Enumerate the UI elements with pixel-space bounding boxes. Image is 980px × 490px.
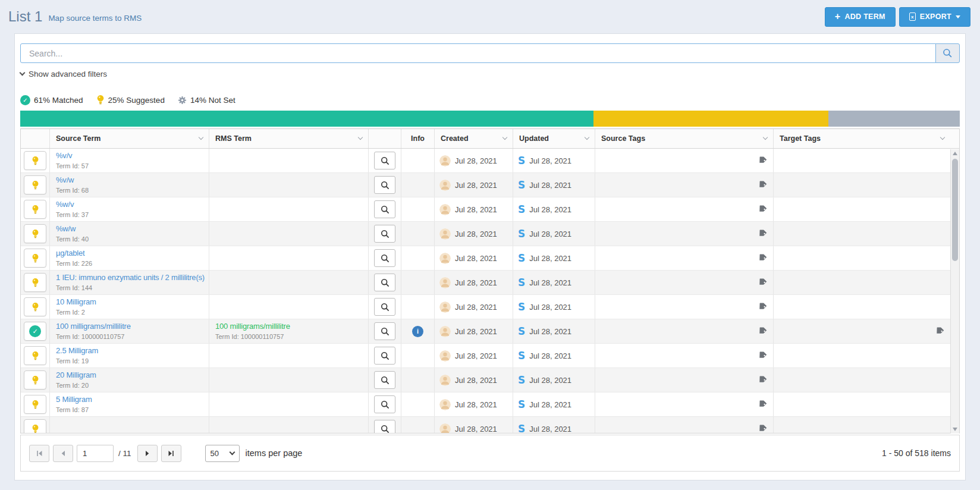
table-body: %v/vTerm Id: 57Jul 28, 2021SJul 28, 2021… bbox=[21, 149, 959, 433]
export-button[interactable]: x EXPORT bbox=[899, 7, 970, 27]
source-term-link[interactable]: %v/w bbox=[56, 175, 203, 186]
source-term-link[interactable]: 2.5 Milligram bbox=[56, 345, 203, 356]
suggested-status-button[interactable] bbox=[24, 395, 46, 414]
search-input[interactable] bbox=[20, 43, 936, 63]
source-term-link[interactable]: %w/w bbox=[56, 224, 203, 234]
cell-target-tags bbox=[773, 295, 950, 319]
suggested-status-button[interactable] bbox=[24, 249, 46, 268]
search-button[interactable] bbox=[935, 43, 960, 63]
source-term-link[interactable]: 100 milligrams/millilitre bbox=[56, 321, 203, 332]
source-tag-icon[interactable] bbox=[756, 228, 768, 240]
column-header-created[interactable]: Created bbox=[434, 129, 513, 148]
lookup-term-button[interactable] bbox=[374, 152, 395, 169]
source-term-link[interactable]: 20 Milligram bbox=[56, 370, 203, 381]
lookup-term-button[interactable] bbox=[374, 249, 395, 267]
created-date: Jul 28, 2021 bbox=[455, 278, 497, 287]
source-term-link[interactable]: %v/v bbox=[56, 150, 203, 161]
lookup-term-button[interactable] bbox=[374, 298, 395, 316]
next-page-button[interactable] bbox=[137, 445, 158, 462]
user-avatar-icon bbox=[439, 204, 451, 215]
cell-target-tags bbox=[773, 222, 950, 246]
source-term-link[interactable]: 5 Milligram bbox=[56, 394, 203, 405]
source-tag-icon[interactable] bbox=[756, 398, 768, 410]
column-header-label-updated: Updated bbox=[519, 134, 549, 143]
cell-source-term: %v/vTerm Id: 57 bbox=[49, 149, 209, 172]
column-header-rms_term[interactable]: RMS Term bbox=[209, 129, 368, 148]
tag-icon bbox=[756, 325, 768, 337]
cell-lookup bbox=[368, 368, 401, 392]
column-header-updated[interactable]: Updated bbox=[513, 129, 595, 148]
add-term-button[interactable]: + ADD TERM bbox=[825, 7, 896, 27]
source-tag-icon[interactable] bbox=[756, 423, 768, 433]
info-icon[interactable]: i bbox=[412, 326, 423, 337]
last-page-icon bbox=[168, 450, 174, 457]
lookup-term-button[interactable] bbox=[374, 347, 395, 365]
suggested-status-button[interactable] bbox=[24, 273, 46, 292]
sort-chevron-icon[interactable] bbox=[763, 135, 768, 140]
suggested-status-button[interactable] bbox=[24, 200, 46, 219]
updated-date: Jul 28, 2021 bbox=[529, 254, 571, 263]
vertical-scrollbar[interactable] bbox=[950, 149, 959, 434]
suggested-status-button[interactable] bbox=[24, 419, 46, 433]
source-tag-icon[interactable] bbox=[756, 301, 768, 313]
cell-target-tags bbox=[773, 417, 950, 433]
cell-target-tags bbox=[773, 173, 950, 197]
sort-chevron-icon[interactable] bbox=[940, 135, 945, 140]
system-s-logo-icon: S bbox=[518, 351, 525, 361]
lookup-term-button[interactable] bbox=[374, 371, 395, 389]
first-page-button[interactable] bbox=[29, 445, 49, 462]
magnifier-icon bbox=[381, 425, 390, 434]
legend-not-set-label: 14% Not Set bbox=[190, 96, 235, 105]
source-term-link[interactable]: µg/tablet bbox=[56, 248, 203, 259]
sort-chevron-icon[interactable] bbox=[502, 135, 507, 140]
sort-chevron-icon[interactable] bbox=[585, 135, 589, 140]
lookup-term-button[interactable] bbox=[374, 225, 395, 243]
lookup-term-button[interactable] bbox=[374, 274, 395, 291]
cell-created: Jul 28, 2021 bbox=[434, 173, 513, 197]
lookup-term-button[interactable] bbox=[374, 420, 395, 433]
sort-chevron-icon[interactable] bbox=[199, 135, 203, 140]
page-size-select[interactable]: 50 bbox=[205, 445, 240, 462]
scroll-up-icon[interactable] bbox=[953, 152, 957, 155]
column-header-source_tags[interactable]: Source Tags bbox=[595, 129, 773, 148]
suggested-status-button[interactable] bbox=[24, 224, 46, 243]
column-header-source_term[interactable]: Source Term bbox=[49, 129, 209, 148]
magnifier-icon bbox=[381, 181, 390, 190]
target-tag-icon[interactable] bbox=[933, 325, 945, 337]
source-tag-icon[interactable] bbox=[756, 203, 768, 215]
source-tag-icon[interactable] bbox=[756, 325, 768, 337]
suggested-status-button[interactable] bbox=[24, 297, 46, 316]
suggested-status-button[interactable] bbox=[24, 151, 46, 170]
rms-term-link[interactable]: 100 milligrams/millilitre bbox=[215, 321, 362, 332]
source-term-link[interactable]: 1 IEU: immuno enzymatic units / 2 millil… bbox=[56, 272, 203, 283]
source-term-link[interactable]: 10 Milligram bbox=[56, 297, 203, 307]
source-tag-icon[interactable] bbox=[756, 179, 768, 191]
source-tag-icon[interactable] bbox=[756, 155, 768, 167]
previous-page-button[interactable] bbox=[53, 445, 73, 462]
suggested-status-button[interactable] bbox=[24, 370, 46, 390]
source-tag-icon[interactable] bbox=[756, 277, 768, 288]
source-tag-icon[interactable] bbox=[756, 374, 768, 386]
column-header-label-target_tags: Target Tags bbox=[780, 134, 821, 143]
lookup-term-button[interactable] bbox=[374, 176, 395, 194]
lookup-term-button[interactable] bbox=[374, 395, 395, 413]
source-term-link[interactable]: %w/v bbox=[56, 199, 203, 210]
show-advanced-filters-toggle[interactable]: Show advanced filters bbox=[20, 70, 107, 78]
last-page-button[interactable] bbox=[161, 445, 181, 462]
scrollbar-thumb[interactable] bbox=[952, 159, 958, 261]
suggested-status-button[interactable] bbox=[24, 346, 46, 365]
system-s-logo-icon: S bbox=[518, 156, 525, 166]
source-tag-icon[interactable] bbox=[756, 252, 768, 264]
lookup-term-button[interactable] bbox=[374, 322, 395, 340]
lookup-term-button[interactable] bbox=[374, 200, 395, 218]
cell-created: Jul 28, 2021 bbox=[434, 222, 513, 246]
column-header-target_tags[interactable]: Target Tags bbox=[773, 129, 950, 148]
source-tag-icon[interactable] bbox=[756, 350, 768, 362]
suggested-status-button[interactable] bbox=[24, 175, 46, 194]
sort-chevron-icon[interactable] bbox=[358, 135, 363, 140]
scroll-down-icon[interactable] bbox=[953, 428, 957, 431]
matched-status-button[interactable]: ✓ bbox=[24, 322, 46, 341]
cell-created: Jul 28, 2021 bbox=[434, 344, 513, 368]
column-header-info[interactable]: Info bbox=[401, 129, 434, 148]
page-number-input[interactable] bbox=[77, 445, 114, 462]
